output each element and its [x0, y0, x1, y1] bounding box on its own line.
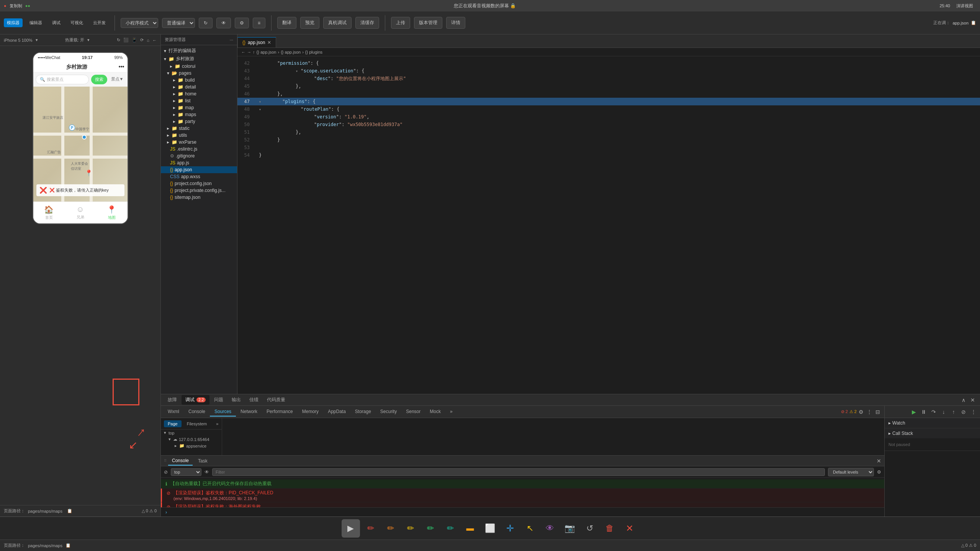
cloud-btn[interactable]: 云开发	[90, 18, 109, 27]
breadcrumb-up[interactable]: ↑	[253, 50, 255, 54]
version-btn[interactable]: 版本管理	[414, 17, 442, 29]
view-mode-btn[interactable]: 演讲视图	[953, 2, 976, 10]
debug-tab-output[interactable]: 输出	[228, 395, 245, 405]
devtools-dock-btn[interactable]: ⊟	[874, 408, 882, 416]
ann-camera-btn[interactable]: 📷	[561, 519, 579, 538]
file-item-appjs[interactable]: JS app.js	[161, 159, 237, 166]
more-btn[interactable]: ≡	[253, 18, 265, 28]
devtool-sources-btn[interactable]: Sources	[210, 407, 236, 417]
ann-close-btn[interactable]: ✕	[620, 519, 639, 538]
file-item-maps[interactable]: 📁 maps	[161, 111, 237, 118]
file-item-appwxss[interactable]: CSS app.wxss	[161, 173, 237, 180]
console-tab-console[interactable]: Console	[168, 456, 193, 466]
debug-tab-perf[interactable]: 佳绩	[245, 395, 262, 405]
console-context-select[interactable]: top	[171, 468, 201, 476]
devtool-performance-btn[interactable]: Performance	[262, 407, 298, 417]
file-item-party[interactable]: 📁 party	[161, 118, 237, 125]
debug-tab-issues[interactable]: 问题	[210, 395, 227, 405]
collapse-debug-btn[interactable]: ∧	[959, 396, 968, 404]
real-debug-btn[interactable]: 真机调试	[323, 17, 352, 29]
reload-icon[interactable]: ↻	[117, 38, 120, 43]
devtool-network-btn[interactable]: Network	[236, 407, 262, 417]
file-item-map[interactable]: 📁 map	[161, 104, 237, 111]
console-input-field[interactable]	[169, 510, 880, 515]
step-over-btn[interactable]: ↷	[929, 408, 938, 416]
upload-btn[interactable]: 上传	[391, 17, 410, 29]
explorer-more[interactable]: ···	[230, 38, 233, 42]
devtool-console-btn[interactable]: Console	[184, 407, 210, 417]
phone-search-bar[interactable]: 🔍 搜索景点 搜索 景点▼	[33, 72, 128, 87]
save-btn[interactable]: 清缓存	[355, 17, 379, 29]
file-item-sitemap[interactable]: {} sitemap.json	[161, 194, 237, 201]
sources-more-tab[interactable]: »	[212, 420, 222, 427]
callstack-header[interactable]: ▸ Call Stack	[885, 428, 980, 438]
simulator-btn[interactable]: 模拟器	[4, 18, 23, 27]
console-close-btn[interactable]: ✕	[877, 458, 881, 464]
ann-trash-btn[interactable]: 🗑	[600, 519, 619, 538]
tab-close-btn[interactable]: ✕	[267, 40, 271, 45]
footer-copy-icon[interactable]: 📋	[65, 543, 71, 548]
sources-tree-appservice[interactable]: 📁 appservice	[161, 443, 222, 449]
pause-btn[interactable]: ⏸	[919, 408, 928, 416]
console-level-select[interactable]: Default levels	[828, 468, 874, 476]
close-debug-btn[interactable]: ✕	[969, 396, 977, 404]
phone-search-input[interactable]: 🔍 搜索景点	[36, 75, 89, 84]
ann-pen-orange-btn[interactable]: ✏	[381, 519, 400, 538]
home-nav[interactable]: ⌂	[147, 38, 149, 43]
file-item-gitignore[interactable]: ⚙ .gitignore	[161, 153, 237, 159]
debug-tab-debug[interactable]: 调试 2.2	[182, 395, 209, 405]
sources-tree-top[interactable]: top	[161, 430, 222, 436]
back-nav[interactable]: ←	[152, 38, 157, 43]
hot-reload-label[interactable]: 热重载: 开	[65, 37, 84, 43]
ann-pen-yellow-btn[interactable]: ✏	[401, 519, 420, 538]
debug-tab-quality[interactable]: 代码质量	[263, 395, 289, 405]
ann-arrow-btn[interactable]: ↖	[521, 519, 539, 538]
nav-map[interactable]: 📍 地图	[96, 205, 128, 220]
file-item-wxparse[interactable]: 📁 wxParse	[161, 139, 237, 146]
file-item-projectprivate[interactable]: {} project.private.config.js...	[161, 187, 237, 194]
settings-btn[interactable]: ⚙	[235, 18, 249, 28]
breadcrumb-forward[interactable]: →	[247, 50, 251, 54]
nav-friends[interactable]: ☺ 兄弟	[65, 205, 96, 220]
console-settings-btn[interactable]: ⚙	[877, 469, 881, 475]
phone-size-label[interactable]: iPhone 5 100%	[4, 38, 33, 43]
more-actions-btn[interactable]: ⋮	[969, 408, 978, 416]
devtool-wxml-btn[interactable]: Wxml	[163, 407, 184, 417]
nearby-btn[interactable]: 景点▼	[110, 75, 125, 84]
stop-icon[interactable]: ⬛	[123, 38, 129, 43]
console-tab-task[interactable]: Task	[194, 457, 211, 465]
file-item-home[interactable]: 📁 home	[161, 90, 237, 97]
devtool-storage-btn[interactable]: Storage	[350, 407, 376, 417]
visual-btn[interactable]: 可视化	[67, 18, 86, 27]
breadcrumb-back[interactable]: ←	[241, 50, 245, 54]
watch-header[interactable]: ▸ Watch	[885, 418, 980, 428]
ann-eye-btn[interactable]: 👁	[541, 519, 559, 538]
search-btn[interactable]: 搜索	[91, 75, 107, 84]
nav-home[interactable]: 🏠 首页	[33, 205, 65, 220]
devtool-mock-btn[interactable]: Mock	[425, 407, 445, 417]
file-item-build[interactable]: 📁 build	[161, 77, 237, 84]
translate-btn[interactable]: 翻译	[277, 17, 296, 29]
ann-pen-green-btn[interactable]: ✏	[421, 519, 440, 538]
phone-map[interactable]: 湛江安平旅店 中国李宁 汇融广告 人大常委会信访室 P 📍	[33, 87, 128, 202]
step-into-btn[interactable]: ↓	[939, 408, 948, 416]
ann-highlighter-btn[interactable]: ▬	[461, 519, 479, 538]
ann-pen-cyan-btn[interactable]: ✏	[441, 519, 460, 538]
details-btn[interactable]: 详情	[446, 17, 465, 29]
sources-tree-server[interactable]: ☁ 127.0.0.1:65464	[161, 436, 222, 443]
ann-pen-red-btn[interactable]: ✏	[362, 519, 380, 538]
file-item-projectconfig[interactable]: {} project.config.json	[161, 180, 237, 187]
ann-eraser-btn[interactable]: ⬜	[481, 519, 499, 538]
devtool-sensor-btn[interactable]: Sensor	[401, 407, 425, 417]
ann-undo-btn[interactable]: ↺	[581, 519, 599, 538]
file-item-colorui[interactable]: 📁 colorui	[161, 63, 237, 70]
phone-icon-btn[interactable]: 📱	[132, 38, 137, 43]
console-filter-input[interactable]	[212, 468, 825, 476]
devtools-settings-btn[interactable]: ⚙	[857, 408, 865, 416]
devtool-more-btn[interactable]: »	[445, 407, 457, 417]
opened-editors-section[interactable]: 打开的编辑器	[161, 47, 237, 55]
preview-btn[interactable]: 预览	[300, 17, 319, 29]
devtool-appdata-btn[interactable]: AppData	[323, 407, 350, 417]
file-item-static[interactable]: 📁 static	[161, 125, 237, 132]
editor-btn[interactable]: 编辑器	[26, 18, 45, 27]
